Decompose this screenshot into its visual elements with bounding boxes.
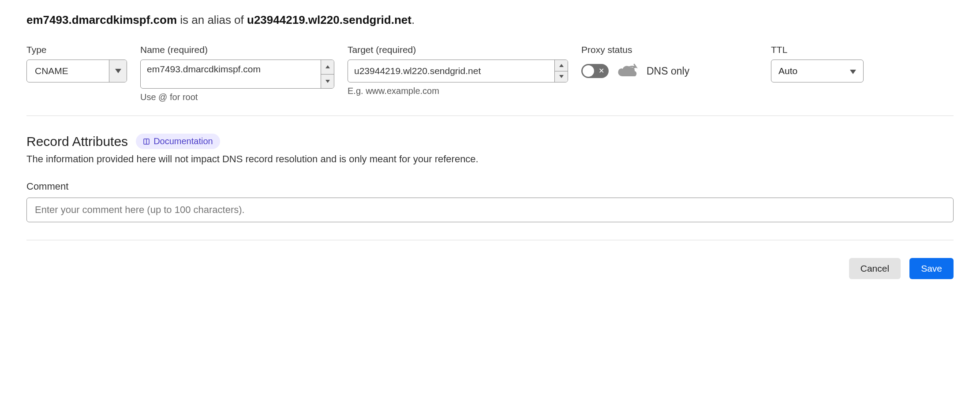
target-field: Target (required) u23944219.wl220.sendgr… [348,45,568,96]
target-value: u23944219.wl220.sendgrid.net [348,60,554,82]
attributes-description: The information provided here will not i… [26,153,954,165]
name-help: Use @ for root [140,92,334,102]
ttl-value: Auto [778,66,797,76]
name-stepper[interactable] [321,60,334,88]
type-value: CNAME [27,60,109,82]
cloud-arrow-icon [617,64,639,78]
chevron-up-icon[interactable] [555,60,568,71]
alias-period: . [411,13,415,26]
name-field: Name (required) em7493.dmarcdkimspf.com … [140,45,334,102]
svg-marker-1 [325,65,330,68]
toggle-knob [583,65,594,77]
close-icon: ✕ [598,67,604,75]
attributes-title: Record Attributes [26,134,128,149]
alias-host: em7493.dmarcdkimspf.com [26,13,177,26]
alias-target: u23944219.wl220.sendgrid.net [247,13,411,26]
cancel-button[interactable]: Cancel [849,258,901,279]
comment-input[interactable] [26,198,954,222]
save-button[interactable]: Save [909,258,954,279]
ttl-field: TTL Auto [771,45,864,82]
proxy-row: ✕ DNS only [581,60,758,82]
footer-actions: Cancel Save [26,240,954,279]
target-help: E.g. www.example.com [348,86,568,96]
chevron-down-icon[interactable] [555,71,568,82]
proxy-toggle[interactable]: ✕ [581,64,609,78]
svg-marker-4 [559,75,564,78]
comment-label: Comment [26,181,954,192]
name-label: Name (required) [140,45,334,55]
type-select[interactable]: CNAME [26,60,127,82]
chevron-up-icon[interactable] [321,60,334,75]
svg-marker-2 [325,80,330,83]
alias-summary: em7493.dmarcdkimspf.com is an alias of u… [26,13,954,27]
ttl-select[interactable]: Auto [771,60,864,82]
svg-marker-5 [850,70,856,74]
ttl-label: TTL [771,45,864,55]
chevron-down-icon[interactable] [321,75,334,89]
target-input[interactable]: u23944219.wl220.sendgrid.net [348,60,568,82]
chevron-down-icon[interactable] [109,60,127,82]
type-label: Type [26,45,127,55]
target-label: Target (required) [348,45,568,55]
divider [26,116,954,116]
book-icon [143,138,150,145]
proxy-field: Proxy status ✕ DNS only [581,45,758,82]
chevron-down-icon [850,66,856,76]
attributes-header: Record Attributes Documentation [26,134,954,149]
alias-middle: is an alias of [177,13,247,26]
documentation-label: Documentation [153,136,213,146]
proxy-label: Proxy status [581,45,758,55]
svg-marker-3 [559,64,564,67]
documentation-link[interactable]: Documentation [136,134,220,149]
name-input[interactable]: em7493.dmarcdkimspf.com [140,60,334,89]
target-stepper[interactable] [554,60,568,82]
proxy-status-text: DNS only [647,65,689,77]
name-value: em7493.dmarcdkimspf.com [141,60,321,88]
type-field: Type CNAME [26,45,127,82]
svg-marker-0 [115,69,121,73]
fields-row: Type CNAME Name (required) em7493.dmarcd… [26,45,954,116]
